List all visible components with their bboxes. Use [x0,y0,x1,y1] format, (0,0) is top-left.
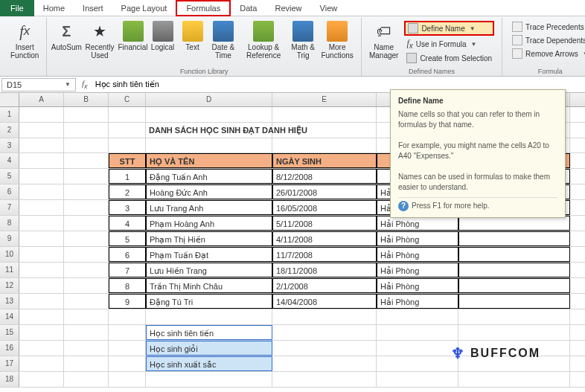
cell-stt[interactable]: 7 [109,263,146,277]
cell-dob[interactable]: 26/01/2008 [272,184,377,199]
lookup-button[interactable]: Lookup & Reference [239,19,288,61]
cell-stt[interactable]: 4 [109,216,146,231]
use-in-formula-button[interactable]: fxUse in Formula▼ [404,37,494,51]
cell-stt[interactable]: 2 [109,184,146,199]
date-time-button[interactable]: Date & Time [208,19,240,61]
row-header[interactable]: 8 [0,216,19,231]
cell-name[interactable]: Lưu Hiền Trang [146,263,272,277]
tab-formulas[interactable]: Formulas [176,0,231,16]
row-header[interactable]: 7 [0,200,19,215]
logical-button[interactable]: Logical [148,19,178,53]
tab-view[interactable]: View [311,1,347,15]
col-header-c[interactable]: C [109,93,146,106]
row-header[interactable]: 17 [0,356,19,371]
cell-name[interactable]: Đặng Tuấn Anh [146,169,272,184]
row-header[interactable]: 4 [0,153,19,168]
header-dob[interactable]: NGÀY SINH [272,153,377,168]
row-header[interactable]: 3 [0,138,19,152]
row-header[interactable]: 14 [0,309,19,324]
cell-dob[interactable]: 16/05/2008 [272,200,377,215]
cell-dob[interactable]: 2/1/2008 [272,278,377,293]
trace-precedents-button[interactable]: Trace Precedents [510,21,585,33]
cell-rank[interactable] [458,263,570,277]
cell-dob[interactable]: 5/11/2008 [272,216,377,231]
cell-dob[interactable]: 8/12/2008 [272,169,377,184]
name-box[interactable]: D15▼ [1,78,76,91]
row-header[interactable]: 18 [0,372,19,387]
cell-dob[interactable]: 11/7/2008 [272,247,377,262]
trace-dependents-button[interactable]: Trace Dependents [510,34,585,46]
col-header-a[interactable]: A [19,93,64,106]
row-header[interactable]: 15 [0,325,19,340]
header-stt[interactable]: STT [109,153,146,168]
cell-stt[interactable]: 1 [109,169,146,184]
col-header-d[interactable]: D [146,93,272,106]
cell-stt[interactable]: 5 [109,231,146,246]
cell-place[interactable]: Hải Phòng [377,278,458,293]
cell-place[interactable]: Hải Phòng [377,247,458,262]
cell-place[interactable]: Hải Phòng [377,231,458,246]
name-box-value: D15 [7,80,22,89]
row-header[interactable]: 11 [0,263,19,277]
cell-place[interactable]: Hải Phòng [377,263,458,277]
more-functions-button[interactable]: More Functions [318,19,357,61]
cell-name[interactable]: Phạm Hoàng Anh [146,216,272,231]
cell-name[interactable]: Trần Thị Minh Châu [146,278,272,293]
cell-place[interactable]: Hải Phòng [377,294,458,309]
cell-rank[interactable] [458,294,570,309]
cell-rank[interactable] [458,247,570,262]
col-header-e[interactable]: E [272,93,377,106]
selection-cell[interactable]: Học sinh tiên tiến [146,325,272,340]
cell-name[interactable]: Hoàng Đức Anh [146,184,272,199]
row-header[interactable]: 10 [0,247,19,262]
math-button[interactable]: Math & Trig [288,19,318,61]
cell-dob[interactable]: 18/11/2008 [272,263,377,277]
select-all-corner[interactable] [0,93,19,106]
create-from-selection-button[interactable]: Create from Selection [404,52,494,64]
cell-rank[interactable] [458,278,570,293]
recently-used-button[interactable]: ★Recently Used [81,19,118,61]
row-header[interactable]: 13 [0,294,19,309]
row-header[interactable]: 6 [0,184,19,199]
cell-stt[interactable]: 9 [109,294,146,309]
cell-stt[interactable]: 3 [109,200,146,215]
cell-place[interactable]: Hải Phòng [377,216,458,231]
selection-cell[interactable]: Học sinh giỏi [146,341,272,356]
col-header-b[interactable]: B [64,93,109,106]
name-manager-button[interactable]: 🏷Name Manager [366,19,401,61]
row-header[interactable]: 16 [0,341,19,356]
tab-file[interactable]: File [0,0,34,16]
row-header[interactable]: 5 [0,169,19,184]
cell-name[interactable]: Phạm Thị Hiền [146,231,272,246]
cell-dob[interactable]: 4/11/2008 [272,231,377,246]
fx-bar-icon[interactable]: fx [77,79,92,90]
financial-button[interactable]: Financial [118,19,148,53]
cell-rank[interactable] [458,216,570,231]
cell-stt[interactable]: 8 [109,278,146,293]
row-header[interactable]: 2 [0,123,19,138]
cell-rank[interactable] [458,231,570,246]
sheet-title[interactable]: DANH SÁCH HỌC SINH ĐẠT DANH HIỆU [146,123,272,138]
cell-name[interactable]: Đặng Tú Tri [146,294,272,309]
row-header[interactable]: 9 [0,231,19,246]
tab-page-layout[interactable]: Page Layout [112,1,176,15]
insert-function-button[interactable]: fx Insert Function [7,19,42,61]
tab-review[interactable]: Review [266,1,310,15]
tab-data[interactable]: Data [231,1,266,15]
cell-dob[interactable]: 14/04/2008 [272,294,377,309]
remove-arrows-button[interactable]: Remove Arrows▼ [510,48,585,60]
define-name-button[interactable]: Define Name▼ [404,21,494,36]
header-name[interactable]: HỌ VÀ TÊN [146,153,272,168]
tooltip-help-text: Press F1 for more help. [412,201,489,211]
autosum-button[interactable]: ΣAutoSum [51,19,81,53]
tab-insert[interactable]: Insert [74,1,112,15]
define-name-tooltip: Define Name Name cells so that you can r… [390,89,566,218]
row-header[interactable]: 1 [0,107,19,122]
cell-stt[interactable]: 6 [109,247,146,262]
cell-name[interactable]: Lưu Trang Anh [146,200,272,215]
text-button[interactable]: Text [178,19,208,53]
cell-name[interactable]: Phạm Tuấn Đạt [146,247,272,262]
selection-cell[interactable]: Học sinh xuất sắc [146,356,272,371]
tab-home[interactable]: Home [34,1,74,15]
row-header[interactable]: 12 [0,278,19,293]
